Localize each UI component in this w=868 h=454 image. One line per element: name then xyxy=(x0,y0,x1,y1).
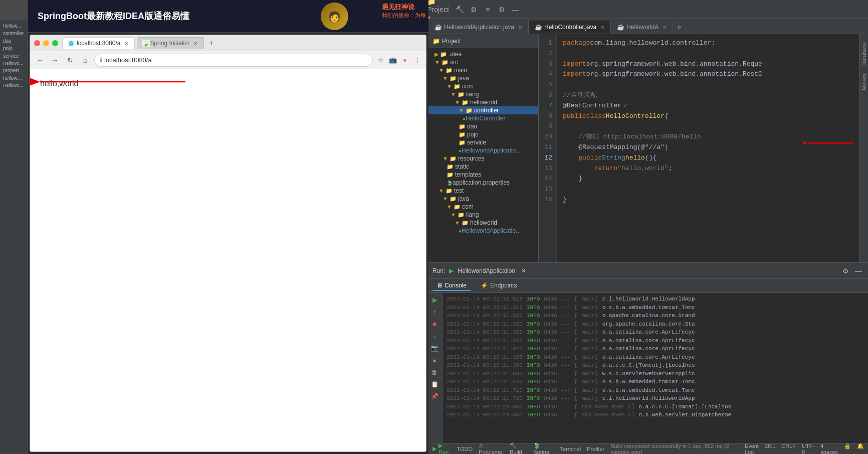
url-bar[interactable]: ℹ localhost:8080/a xyxy=(94,54,373,67)
debug-btn[interactable]: ≡ xyxy=(482,4,493,15)
run-pin-btn[interactable]: 📌 xyxy=(429,391,440,401)
tree-idea[interactable]: ▶ 📁 .idea xyxy=(428,50,538,58)
tab3-close[interactable]: ✕ xyxy=(663,25,667,30)
tree-test-com[interactable]: ▼ 📁 com xyxy=(428,203,538,211)
terminal-btn[interactable]: Terminal xyxy=(560,446,581,452)
sidebar-item-helloapp2[interactable]: HelloworldApp xyxy=(1,82,26,89)
tree-static-label: static xyxy=(455,163,469,170)
code-line-2 xyxy=(563,49,853,59)
sidebar-item-props[interactable]: properties xyxy=(1,67,26,74)
line-ending-indicator[interactable]: CRLF xyxy=(781,443,796,455)
browser-tab1-close[interactable]: ✕ xyxy=(123,40,129,46)
left-sidebar-topbar xyxy=(0,0,27,20)
event-log-btn[interactable]: Event Log xyxy=(745,443,759,455)
tree-helloworld-app[interactable]: ● HelloworldApplicatio... xyxy=(428,146,538,155)
run-copy-btn[interactable]: 📋 xyxy=(429,379,440,389)
tree-main[interactable]: ▼ 📁 main xyxy=(428,66,538,74)
tab-helloworld-application[interactable]: ☕ HelloworldApplication.java ✕ xyxy=(428,21,529,34)
tree-service[interactable]: 📁 service xyxy=(428,138,538,146)
new-tab-button[interactable]: + xyxy=(206,39,216,48)
run-play-btn[interactable]: ▶ xyxy=(429,295,440,305)
tree-controller[interactable]: ▼ 📁 controller xyxy=(428,106,538,114)
refresh-button[interactable]: ↻ xyxy=(64,54,76,66)
browser-tab-active[interactable]: 🌐 localhost:8080/a ✕ xyxy=(62,37,135,49)
tab1-close[interactable]: ✕ xyxy=(518,25,522,30)
run-up-btn[interactable]: ↑ xyxy=(429,307,440,317)
tree-dao[interactable]: 📁 dao xyxy=(428,122,538,130)
build-btn-status[interactable]: 🔨 Build xyxy=(510,442,527,454)
problems-btn[interactable]: ⚠ Problems xyxy=(479,442,504,454)
tree-java[interactable]: ▼ 📁 java xyxy=(428,74,538,82)
tree-src[interactable]: ▼ 📁 src xyxy=(428,58,538,66)
run-button[interactable]: ▶ ▶ Run xyxy=(432,442,451,454)
indent-indicator[interactable]: 4 spaces xyxy=(820,443,838,455)
maven-tab[interactable]: Maven xyxy=(860,70,868,94)
encoding-indicator[interactable]: UTF-8 xyxy=(802,443,814,455)
run-camera-btn[interactable]: 📷 xyxy=(429,343,440,353)
browser-min-btn[interactable] xyxy=(43,40,49,46)
browser-close-btn[interactable] xyxy=(34,40,40,46)
menu-icon[interactable]: ⋮ xyxy=(412,55,422,65)
back-button[interactable]: ← xyxy=(34,54,46,66)
build-btn[interactable]: 🔨 xyxy=(454,4,465,15)
log-line-1: 2021-01-14 08:22:10.518 INFO 8416 --- [ … xyxy=(447,295,864,304)
tree-liang[interactable]: ▼ 📁 liang xyxy=(428,90,538,98)
bookmark-icon[interactable]: ☆ xyxy=(376,55,386,65)
sidebar-item-helloworld2[interactable]: helloworld xyxy=(1,74,26,82)
notification-icon: 🔔 xyxy=(857,443,864,455)
sidebar-item-service[interactable]: service xyxy=(1,52,26,60)
browser-max-btn[interactable] xyxy=(52,40,58,46)
tree-pojo[interactable]: 📁 pojo xyxy=(428,130,538,138)
tree-test-com-label: com xyxy=(462,203,474,210)
tree-app-properties[interactable]: 🍃 application.properties xyxy=(428,179,538,187)
minimize-btn[interactable]: — xyxy=(510,4,521,15)
position-indicator[interactable]: 28:1 xyxy=(765,443,775,455)
todo-btn[interactable]: TODO xyxy=(457,446,473,452)
tree-static[interactable]: 📁 static xyxy=(428,163,538,171)
project-dropdown[interactable]: 📁 Project ▾ xyxy=(432,4,444,15)
tree-test-java[interactable]: ▼ 📁 java xyxy=(428,195,538,203)
sidebar-item-controller[interactable]: controller xyxy=(1,30,26,37)
run-tab-endpoints[interactable]: ⚡Endpoints xyxy=(477,281,521,291)
browser-hello-world: hello,world xyxy=(40,79,416,88)
tab-hello-controller[interactable]: ☕ HelloController.java ✕ xyxy=(529,21,611,34)
home-button[interactable]: ⌂ xyxy=(79,54,91,66)
run-down-btn[interactable]: ↓ xyxy=(429,331,440,341)
more-tabs-btn[interactable]: » xyxy=(673,23,685,31)
profile-icon[interactable]: ● xyxy=(400,55,410,65)
run-settings-btn[interactable]: ⚙ xyxy=(840,265,851,276)
tree-templates[interactable]: 📁 templates xyxy=(428,171,538,179)
browser-tab1-label: localhost:8080/a xyxy=(77,40,120,47)
tree-test[interactable]: ▼ 📁 test xyxy=(428,187,538,195)
tab2-close[interactable]: ✕ xyxy=(600,25,604,30)
run-minimize-btn[interactable]: — xyxy=(853,265,864,276)
code-lines[interactable]: package com.liang.helloworld.controller;… xyxy=(557,34,859,262)
sidebar-item-helloapp[interactable]: HelloworldApp xyxy=(1,60,26,67)
forward-button[interactable]: → xyxy=(49,54,61,66)
browser-tab2-close[interactable]: ✕ xyxy=(192,40,198,46)
sidebar-item-helloworld[interactable]: helloworld xyxy=(1,22,26,30)
profiler-btn[interactable]: Profiler xyxy=(587,446,604,452)
database-tab[interactable]: Database xyxy=(860,38,868,70)
cast-icon[interactable]: 📺 xyxy=(388,55,398,65)
run-stop-btn[interactable]: ■ xyxy=(429,319,440,329)
tree-hello-controller[interactable]: ● HelloController xyxy=(428,114,538,122)
tree-resources[interactable]: ▼ 📁 resources xyxy=(428,155,538,163)
run-filter-btn[interactable]: ≡ xyxy=(429,355,440,365)
browser-tab-inactive[interactable]: 🍃 Spring Initializr ✕ xyxy=(137,37,204,49)
tree-helloworld[interactable]: ▼ 📁 helloworld xyxy=(428,98,538,106)
sidebar-item-dao[interactable]: dao xyxy=(1,37,26,45)
tab-helloworld-a[interactable]: ☕ HelloworldA ✕ xyxy=(611,21,673,34)
tree-test-helloworld[interactable]: ▼ 📁 helloworld xyxy=(428,219,538,227)
sidebar-item-pojo[interactable]: pojo xyxy=(1,45,26,52)
tree-test-helloworld-app[interactable]: ● HelloworldApplicatio... xyxy=(428,227,538,235)
run-tab-console[interactable]: 🖥Console xyxy=(432,281,471,291)
spring-btn[interactable]: 🍃 Spring xyxy=(533,442,554,454)
code-area[interactable]: 1 2 3 4 5 6 7 8 9 10 11 12 13 14 15 16 xyxy=(539,34,859,262)
settings-btn[interactable]: ⚙ xyxy=(496,4,507,15)
tree-test-liang[interactable]: ▼ 📁 liang xyxy=(428,211,538,219)
run-trash-btn[interactable]: 🗑 xyxy=(429,367,440,377)
status-bar: ▶ ▶ Run TODO ⚠ Problems 🔨 Build 🍃 Spring… xyxy=(428,443,868,454)
tree-com[interactable]: ▼ 📁 com xyxy=(428,82,538,90)
run-config-btn[interactable]: ⚙ xyxy=(468,4,479,15)
